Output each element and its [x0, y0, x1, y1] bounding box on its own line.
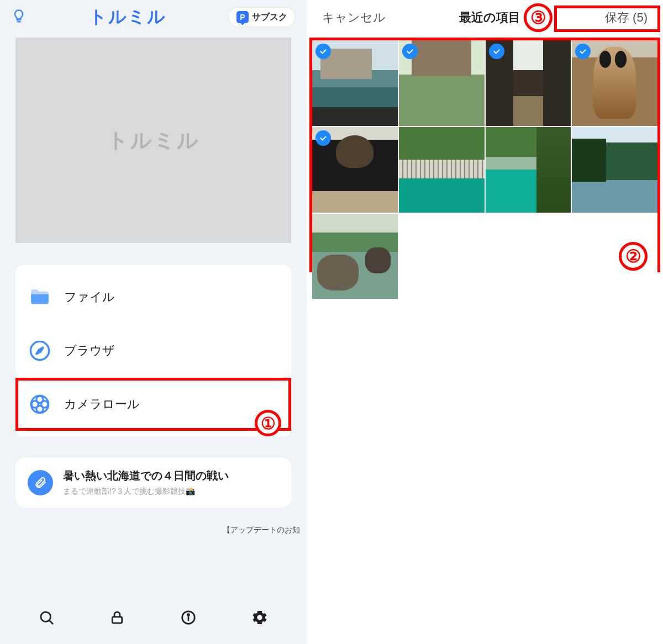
info-icon[interactable] — [180, 609, 197, 628]
bookmark-icon: P — [236, 11, 249, 23]
photo-thumb[interactable] — [312, 127, 398, 213]
top-bar: トルミル P サブスク — [0, 0, 307, 34]
subscribe-label: サブスク — [252, 12, 287, 23]
menu-label: ブラウザ — [64, 342, 115, 359]
album-selector[interactable]: 最近の項目 ▼ — [459, 9, 532, 26]
hero-placeholder: トルミル — [15, 38, 291, 243]
tips-icon[interactable] — [11, 8, 27, 26]
search-icon[interactable] — [38, 609, 55, 628]
selected-check-icon — [402, 44, 418, 59]
svg-marker-1 — [36, 347, 43, 354]
annotation-badge-2: ② — [619, 242, 648, 271]
menu-item-file[interactable]: ファイル — [15, 271, 291, 324]
menu-item-camera-roll[interactable]: カメラロール ① — [15, 377, 291, 431]
article-subtitle: まるで運動部!?３人で挑む撮影競技📸 — [63, 487, 229, 497]
photo-thumb[interactable] — [486, 127, 571, 213]
app-title: トルミル — [89, 5, 166, 29]
annotation-highlight-1 — [15, 378, 291, 431]
photo-thumb[interactable] — [399, 40, 485, 126]
photo-thumb[interactable] — [486, 40, 571, 126]
article-text: 暑い熱い北海道での４日間の戦い まるで運動部!?３人で挑む撮影競技📸 — [63, 468, 229, 497]
bottom-nav — [0, 593, 307, 644]
photo-thumb[interactable] — [312, 40, 398, 126]
save-button[interactable]: 保存 (5) — [605, 9, 648, 26]
annotation-badge-1: ① — [255, 410, 281, 436]
svg-line-8 — [50, 621, 53, 624]
menu-label: ファイル — [64, 289, 115, 305]
selected-check-icon — [315, 44, 331, 59]
annotation-highlight-2: ② — [309, 38, 660, 272]
photo-picker-screen: キャンセル 最近の項目 ▼ 保存 (5) ③ ② — [307, 0, 663, 644]
photo-thumb[interactable] — [572, 127, 657, 213]
photo-thumb[interactable] — [399, 127, 485, 213]
attachment-icon — [28, 470, 53, 495]
svg-point-6 — [41, 401, 48, 408]
annotation-badge-3: ③ — [524, 3, 552, 32]
article-card[interactable]: 暑い熱い北海道での４日間の戦い まるで運動部!?３人で挑む撮影競技📸 — [15, 457, 291, 508]
photos-icon — [28, 392, 52, 416]
menu-label: カメラロール — [64, 396, 140, 413]
cancel-button[interactable]: キャンセル — [322, 9, 386, 26]
selected-check-icon — [315, 130, 331, 146]
hero-text: トルミル — [107, 126, 200, 155]
subscribe-button[interactable]: P サブスク — [228, 7, 296, 27]
album-title: 最近の項目 — [459, 9, 520, 26]
lock-icon[interactable] — [109, 609, 125, 628]
photo-thumb[interactable] — [572, 40, 657, 126]
folder-icon — [28, 285, 52, 309]
svg-point-12 — [187, 614, 189, 616]
svg-rect-9 — [113, 617, 123, 623]
photo-thumb[interactable] — [312, 214, 398, 299]
settings-icon[interactable] — [251, 609, 269, 629]
source-menu: ファイル ブラウザ カメラロール ① — [15, 265, 291, 436]
compass-icon — [28, 339, 52, 363]
svg-point-5 — [31, 401, 38, 408]
svg-point-2 — [31, 395, 49, 413]
app-home-screen: トルミル P サブスク トルミル ファイル ブラウザ カメラロール ① — [0, 0, 307, 644]
picker-bar: キャンセル 最近の項目 ▼ 保存 (5) — [307, 0, 663, 35]
update-notice: 【アップデートのお知 — [0, 508, 307, 535]
article-title: 暑い熱い北海道での４日間の戦い — [63, 468, 229, 483]
menu-item-browser[interactable]: ブラウザ — [15, 324, 291, 377]
photo-grid — [312, 40, 657, 299]
selected-check-icon — [489, 44, 504, 59]
